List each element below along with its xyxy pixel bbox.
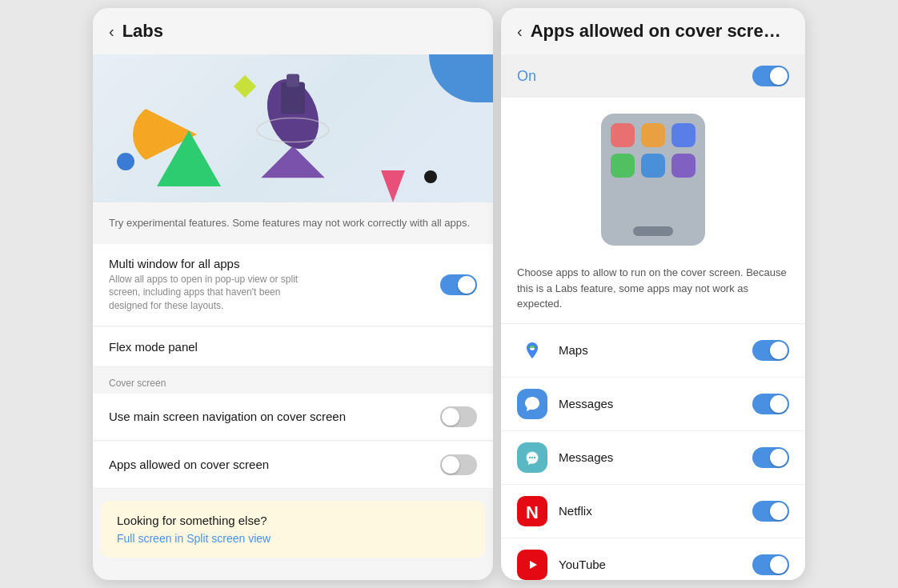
svg-point-10 xyxy=(531,456,533,458)
app-grid xyxy=(611,123,696,178)
device-home-button xyxy=(633,226,673,236)
back-button-left[interactable]: ‹ xyxy=(109,22,114,41)
messages-teal-icon xyxy=(517,442,547,473)
app-icon-green xyxy=(611,154,635,178)
svg-rect-4 xyxy=(287,74,299,86)
device-mockup xyxy=(601,114,705,246)
maps-icon xyxy=(517,335,547,366)
app-item-messages-2[interactable]: Messages xyxy=(501,431,805,485)
hero-image xyxy=(93,54,493,202)
app-item-messages-1[interactable]: Messages xyxy=(501,378,805,431)
right-header: ‹ Apps allowed on cover scre… xyxy=(501,8,805,54)
app-item-youtube[interactable]: YouTube xyxy=(501,538,805,581)
main-nav-content: Use main screen navigation on cover scre… xyxy=(109,410,440,423)
suggestion-link[interactable]: Full screen in Split screen view xyxy=(117,532,469,545)
svg-point-11 xyxy=(534,456,535,458)
app-item-netflix[interactable]: N Netflix xyxy=(501,485,805,538)
youtube-toggle[interactable] xyxy=(752,554,789,575)
youtube-name: YouTube xyxy=(559,558,752,571)
flex-mode-item[interactable]: Flex mode panel xyxy=(93,327,493,367)
back-button-right[interactable]: ‹ xyxy=(517,22,523,41)
app-icon-purple xyxy=(671,154,696,178)
pink-triangle xyxy=(381,170,405,202)
divider xyxy=(93,490,493,494)
toggle-knob xyxy=(458,276,475,294)
on-toggle[interactable] xyxy=(752,66,789,86)
messages-2-toggle-knob xyxy=(770,449,788,466)
messages-blue-icon xyxy=(517,389,547,419)
bottom-suggestion-card: Looking for something else? Full screen … xyxy=(101,501,485,558)
suggestion-title: Looking for something else? xyxy=(117,514,469,527)
black-dot xyxy=(424,170,437,183)
apps-allowed-content: Apps allowed on cover screen xyxy=(109,458,440,471)
main-nav-item[interactable]: Use main screen navigation on cover scre… xyxy=(93,394,493,441)
maps-name: Maps xyxy=(559,343,752,357)
toggle-knob-3 xyxy=(442,456,459,474)
messages-1-toggle-knob xyxy=(770,395,788,413)
flex-mode-title: Flex mode panel xyxy=(109,340,477,354)
main-nav-title: Use main screen navigation on cover scre… xyxy=(109,410,440,423)
toggle-knob-2 xyxy=(442,408,459,426)
app-icon-blue-dark xyxy=(671,123,696,147)
on-label: On xyxy=(517,68,536,85)
on-toggle-knob xyxy=(770,67,788,85)
messages-2-name: Messages xyxy=(559,450,752,464)
netflix-toggle-knob xyxy=(770,502,788,520)
cover-screen-illustration xyxy=(501,98,805,254)
maps-toggle[interactable] xyxy=(752,340,789,361)
netflix-name: Netflix xyxy=(559,504,752,518)
svg-marker-0 xyxy=(261,146,325,178)
svg-point-9 xyxy=(529,456,531,458)
netflix-toggle[interactable] xyxy=(752,501,789,522)
youtube-icon xyxy=(517,550,547,580)
left-header: ‹ Labs xyxy=(93,8,493,54)
app-icon-red xyxy=(611,123,635,147)
apps-allowed-title: Apps allowed on cover screen xyxy=(109,458,440,471)
multi-window-item[interactable]: Multi window for all apps Allow all apps… xyxy=(93,244,493,326)
svg-text:N: N xyxy=(526,502,539,522)
choose-apps-text: Choose apps to allow to run on the cover… xyxy=(501,254,805,324)
hand-flask-illustration xyxy=(229,54,357,181)
blue-dot xyxy=(117,153,134,170)
labs-description: Try experimental features. Some features… xyxy=(93,202,493,244)
app-item-maps[interactable]: Maps xyxy=(501,324,805,378)
green-triangle xyxy=(157,130,221,186)
flex-mode-content: Flex mode panel xyxy=(109,340,477,354)
multi-window-content: Multi window for all apps Allow all apps… xyxy=(109,257,440,313)
apps-allowed-item[interactable]: Apps allowed on cover screen xyxy=(93,442,493,489)
right-title: Apps allowed on cover scre… xyxy=(531,21,781,42)
messages-1-name: Messages xyxy=(559,397,752,410)
right-screen: ‹ Apps allowed on cover scre… On xyxy=(501,8,805,580)
netflix-icon: N xyxy=(517,496,547,526)
multi-window-subtitle: Allow all apps to open in pop-up view or… xyxy=(109,273,317,313)
messages-1-toggle[interactable] xyxy=(752,394,789,414)
left-screen: ‹ Labs xyxy=(93,8,493,580)
messages-2-toggle[interactable] xyxy=(752,447,789,468)
multi-window-toggle[interactable] xyxy=(440,274,477,295)
left-title: Labs xyxy=(122,21,163,42)
maps-toggle-knob xyxy=(770,342,788,359)
main-nav-toggle[interactable] xyxy=(440,406,477,427)
blue-corner xyxy=(429,54,493,102)
apps-allowed-toggle[interactable] xyxy=(440,454,477,475)
youtube-toggle-knob xyxy=(770,556,788,574)
app-icon-orange xyxy=(641,123,665,147)
multi-window-title: Multi window for all apps xyxy=(109,257,440,270)
cover-screen-section: Cover screen xyxy=(93,368,493,394)
app-icon-blue-medium xyxy=(641,154,665,178)
on-toggle-row: On xyxy=(501,54,805,98)
